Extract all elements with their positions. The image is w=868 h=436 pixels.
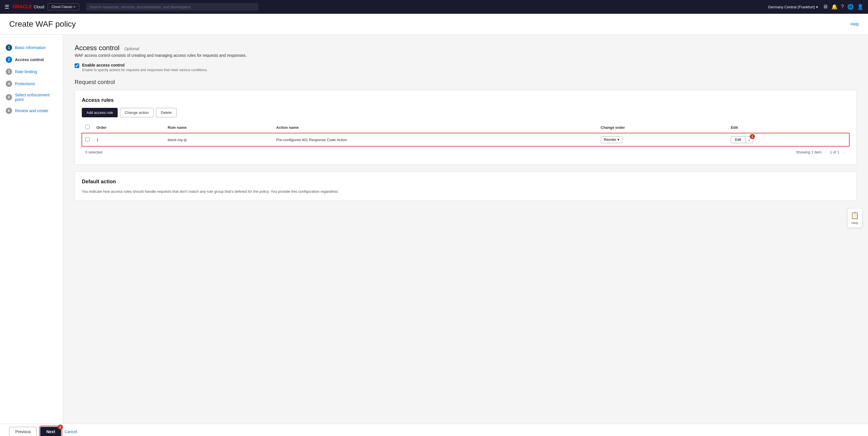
cloud-classic-button[interactable]: Cloud Classic >: [48, 3, 79, 10]
enable-access-control-row: Enable access control Enable to specify …: [74, 63, 857, 72]
enable-checkbox-label: Enable access control: [82, 63, 208, 67]
enable-access-control-labels: Enable access control Enable to specify …: [82, 63, 208, 72]
page-header: Create WAF policy Help: [0, 14, 868, 35]
sidebar-label-protections: Protections: [15, 81, 35, 86]
default-action-title: Default action: [82, 179, 849, 185]
th-checkbox: [82, 122, 93, 133]
default-action-card: Default action You indicate how access r…: [74, 171, 857, 201]
top-navigation: ☰ ORACLE Cloud Cloud Classic > Germany C…: [0, 0, 868, 14]
table-footer: 0 selected Showing 1 item ‹ 1 of 1 ›: [82, 146, 849, 158]
sidebar-label-review-create: Review and create: [15, 108, 48, 113]
search-input[interactable]: [86, 3, 258, 11]
search-container: [86, 3, 258, 11]
topnav-icons: ️🖥 🔔 ? 🌐 👤: [823, 4, 863, 10]
help-icon[interactable]: ?: [841, 4, 844, 10]
step-badge-3: 3: [6, 69, 12, 75]
reorder-label: Reorder: [604, 138, 616, 142]
main-content: Access control Optional WAF access contr…: [63, 35, 868, 424]
main-layout: 1 Basic information 2 Access control 3 R…: [0, 35, 868, 424]
next-badge: 2: [58, 425, 63, 430]
oracle-logo: ORACLE Cloud: [12, 4, 44, 9]
access-rules-buttons: Add access rule Change action Delete: [82, 108, 849, 117]
sidebar-label-access-control: Access control: [15, 57, 43, 62]
access-control-description: WAF access control consists of creating …: [74, 53, 857, 58]
edit-button-group: 1 Edit ⌄: [731, 136, 753, 143]
row-action-name: Pre-configured 401 Response Code Action: [273, 133, 597, 146]
th-order: Order: [93, 122, 164, 133]
pagination: Showing 1 item ‹ 1 of 1 ›: [796, 149, 846, 155]
add-access-rule-button[interactable]: Add access rule: [82, 108, 118, 117]
help-widget-label: Help: [851, 221, 858, 225]
sidebar-label-rate-limiting: Rate limiting: [15, 69, 37, 74]
reorder-chevron-icon: ▾: [617, 138, 619, 142]
access-rules-title: Access rules: [82, 97, 849, 103]
region-selector[interactable]: Germany Central (Frankfurt) ▾: [768, 5, 818, 9]
optional-label: Optional: [124, 46, 139, 51]
step-badge-5: 5: [6, 94, 12, 100]
sidebar-item-rate-limiting[interactable]: 3 Rate limiting: [0, 66, 63, 78]
default-action-description: You indicate how access rules should han…: [82, 189, 849, 194]
sidebar-label-basic-information: Basic information: [15, 45, 45, 50]
bell-icon[interactable]: 🔔: [831, 4, 838, 10]
edit-button[interactable]: Edit: [731, 136, 745, 143]
row-checkbox[interactable]: [85, 137, 90, 141]
sidebar-item-review-create[interactable]: 6 Review and create: [0, 105, 63, 117]
access-control-title: Access control Optional: [74, 44, 857, 52]
help-link[interactable]: Help: [850, 22, 859, 26]
row-edit-cell: 1 Edit ⌄: [727, 133, 849, 146]
select-all-checkbox[interactable]: [85, 125, 90, 129]
next-button-container: 2 Next: [40, 427, 61, 436]
oracle-text: ORACLE: [12, 4, 32, 9]
sidebar-item-protections[interactable]: 4 Protections: [0, 78, 63, 90]
next-page-button[interactable]: ›: [841, 149, 846, 155]
reorder-button[interactable]: Reorder ▾: [601, 136, 622, 143]
hamburger-menu-icon[interactable]: ☰: [5, 4, 9, 10]
access-rules-card: Access rules Add access rule Change acti…: [74, 90, 857, 165]
selected-count: 0 selected: [85, 150, 102, 154]
th-change-order: Change order: [597, 122, 727, 133]
sidebar-label-enforcement-point: Select enforcement point: [15, 93, 57, 102]
sidebar: 1 Basic information 2 Access control 3 R…: [0, 35, 63, 424]
cancel-link[interactable]: Cancel: [65, 429, 77, 434]
sidebar-item-access-control[interactable]: 2 Access control: [0, 54, 63, 66]
step-badge-1: 1: [6, 44, 12, 51]
th-action-name: Action name: [273, 122, 597, 133]
previous-button[interactable]: Previous: [9, 427, 37, 436]
help-widget[interactable]: 📋 Help: [847, 208, 862, 228]
step-badge-6: 6: [6, 107, 12, 114]
globe-icon[interactable]: 🌐: [847, 4, 854, 10]
help-widget-icon: 📋: [850, 211, 859, 220]
row-checkbox-cell: [82, 133, 93, 146]
bottom-bar: Previous 2 Next Cancel: [0, 424, 868, 436]
change-action-button[interactable]: Change action: [120, 108, 154, 117]
enable-access-control-checkbox[interactable]: [74, 63, 79, 68]
th-edit: Edit: [727, 122, 849, 133]
table-row: 1 block-my-ip Pre-configured 401 Respons…: [82, 133, 849, 146]
request-control-title: Request control: [74, 79, 857, 86]
region-chevron-icon: ▾: [816, 5, 818, 9]
sidebar-item-basic-information[interactable]: 1 Basic information: [0, 42, 63, 54]
step-badge-2: 2: [6, 57, 12, 63]
table-body: 1 block-my-ip Pre-configured 401 Respons…: [82, 133, 849, 146]
enable-checkbox-sublabel: Enable to specify actions for requests a…: [82, 68, 208, 72]
showing-label: Showing 1 item: [796, 150, 822, 154]
row-order: 1: [93, 133, 164, 146]
pagination-text: 1 of 1: [830, 150, 839, 154]
th-rule-name: Rule name: [164, 122, 273, 133]
access-rules-table: Order Rule name Action name Change order…: [82, 122, 849, 146]
sidebar-item-enforcement-point[interactable]: 5 Select enforcement point: [0, 90, 63, 105]
delete-button[interactable]: Delete: [156, 108, 177, 117]
table-header: Order Rule name Action name Change order…: [82, 122, 849, 133]
terminal-icon[interactable]: ️🖥: [823, 4, 828, 10]
region-label: Germany Central (Frankfurt): [768, 5, 815, 9]
row-rule-name: block-my-ip: [164, 133, 273, 146]
row-change-order-cell: Reorder ▾: [597, 133, 727, 146]
cloud-text: Cloud: [34, 5, 44, 9]
prev-page-button[interactable]: ‹: [823, 149, 828, 155]
user-icon[interactable]: 👤: [857, 4, 863, 10]
step-badge-4: 4: [6, 80, 12, 87]
topnav-right-section: Germany Central (Frankfurt) ▾ ️🖥 🔔 ? 🌐 👤: [768, 4, 863, 10]
edit-badge: 1: [750, 134, 755, 139]
page-title: Create WAF policy: [9, 20, 76, 29]
